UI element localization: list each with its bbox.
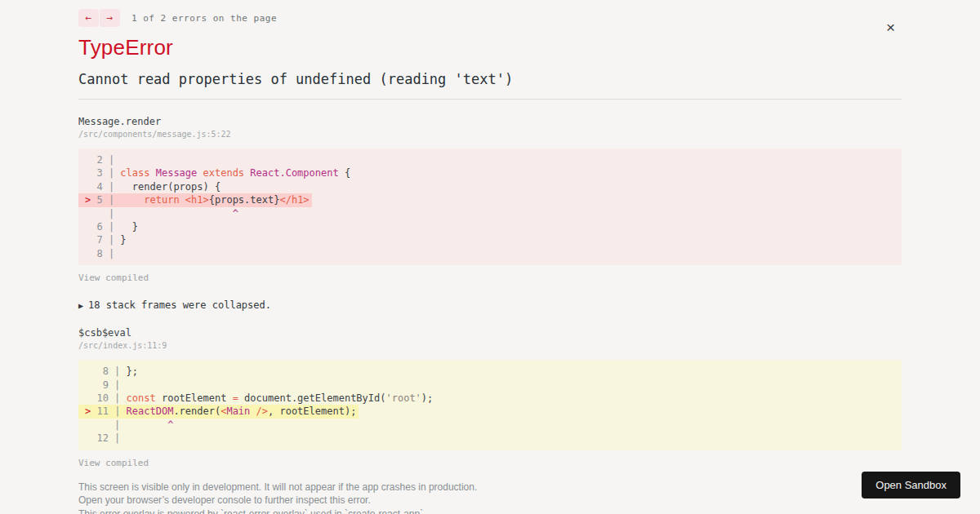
next-error-button[interactable]: → <box>100 9 120 27</box>
code-line: 9 | <box>85 379 895 392</box>
code-frame: 2 | 3 | class Message extends React.Comp… <box>78 148 902 265</box>
code-line: 3 | class Message extends React.Componen… <box>85 166 895 179</box>
prev-error-button[interactable]: ← <box>78 9 99 27</box>
left-arrow-icon: ← <box>86 11 92 24</box>
view-compiled-link[interactable]: View compiled <box>78 273 149 283</box>
code-line: > 11 | ReactDOM.render(<Main />, rootEle… <box>85 405 895 418</box>
error-nav: ← → 1 of 2 errors on the page <box>78 9 902 27</box>
collapsed-stack-frames-label: 18 stack frames were collapsed. <box>88 299 271 311</box>
footer-line: This error overlay is powered by `react-… <box>78 507 902 514</box>
frame-file-location: /src/components/message.js:5:22 <box>78 130 902 139</box>
code-line: 7 | } <box>85 233 895 246</box>
frame-function-name: $csb$eval <box>78 327 902 339</box>
code-line: > 5 | return <h1>{props.text}</h1> <box>85 193 895 206</box>
frame-file-location: /src/index.js:11:9 <box>78 341 902 350</box>
close-icon: × <box>886 19 895 36</box>
error-message: Cannot read properties of undefined (rea… <box>78 71 902 87</box>
code-line: 12 | <box>85 432 895 445</box>
close-overlay-button[interactable]: × <box>886 20 895 35</box>
code-line: 10 | const rootElement = document.getEle… <box>85 392 895 405</box>
error-type-title: TypeError <box>78 35 902 60</box>
stack-frame-csb-eval: $csb$eval /src/index.js:11:9 8 | }; 9 | … <box>78 327 902 468</box>
code-line: | ^ <box>85 419 895 432</box>
code-line: 4 | render(props) { <box>85 180 895 193</box>
triangle-right-icon: ▶ <box>78 301 83 310</box>
footer-line: Open your browser’s developer console to… <box>78 494 902 507</box>
code-line: | ^ <box>85 207 895 220</box>
stack-frame-message-render: Message.render /src/components/message.j… <box>78 116 902 284</box>
error-count-status: 1 of 2 errors on the page <box>131 13 277 24</box>
footer-line: This screen is visible only in developme… <box>78 481 902 494</box>
collapsed-stack-frames-toggle[interactable]: ▶18 stack frames were collapsed. <box>78 299 902 311</box>
code-line: 8 | <box>85 247 895 260</box>
open-sandbox-button[interactable]: Open Sandbox <box>862 472 960 498</box>
code-line: 6 | } <box>85 220 895 233</box>
error-overlay: ← → 1 of 2 errors on the page × TypeErro… <box>0 9 980 514</box>
right-arrow-icon: → <box>107 11 114 24</box>
code-line: 2 | <box>85 153 895 166</box>
footer-note: This screen is visible only in developme… <box>78 481 902 514</box>
divider <box>78 99 902 100</box>
view-compiled-link[interactable]: View compiled <box>78 458 149 468</box>
code-line: 8 | }; <box>85 365 895 378</box>
frame-function-name: Message.render <box>78 116 902 127</box>
code-frame: 8 | }; 9 | 10 | const rootElement = docu… <box>78 360 902 450</box>
